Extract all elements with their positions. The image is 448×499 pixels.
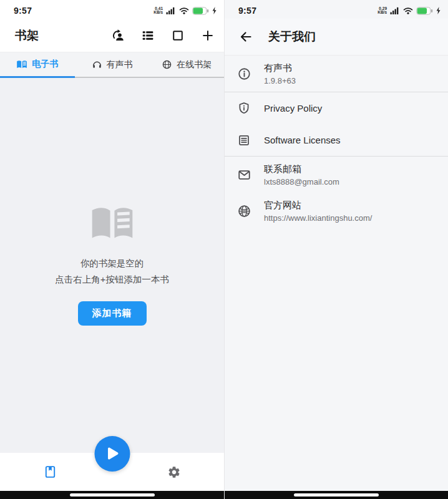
page-title: 关于我们 xyxy=(268,29,316,45)
globe-icon xyxy=(162,59,172,70)
signal-icon xyxy=(390,7,400,14)
tab-label: 在线书架 xyxy=(177,59,212,70)
status-bar: 9:57 0.29 KB/s xyxy=(225,0,448,19)
bookshelf-screen: 9:57 0.41 KB/s xyxy=(0,0,224,499)
bookshelf-tabs: 电子书 有声书 在线书架 xyxy=(0,52,224,78)
home-indicator[interactable] xyxy=(70,493,155,497)
back-arrow-icon[interactable] xyxy=(233,24,258,49)
network-speed: 0.41 KB/s xyxy=(153,7,163,15)
item-title: 有声书 xyxy=(264,62,296,74)
list-item-contact-email[interactable]: 联系邮箱 lxts8888@gmail.com xyxy=(225,157,448,193)
bookmark-icon[interactable] xyxy=(42,465,57,480)
item-subtitle: https://www.lixiantingshu.com/ xyxy=(264,213,372,223)
add-books-button[interactable]: 添加书籍 xyxy=(78,301,147,326)
empty-state-line1: 你的书架是空的 xyxy=(80,255,144,271)
shield-info-icon xyxy=(236,101,251,116)
select-box-icon[interactable] xyxy=(170,28,185,43)
settings-icon[interactable] xyxy=(167,465,182,480)
charging-bolt-icon xyxy=(436,7,441,14)
item-subtitle: 1.9.8+63 xyxy=(264,76,296,85)
bookshelf-content: 你的书架是空的 点击右上角+按钮添加一本书 添加书籍 xyxy=(0,78,224,453)
network-speed: 0.29 KB/s xyxy=(377,7,387,15)
dual-screenshot: 9:57 0.41 KB/s xyxy=(0,0,448,499)
list-item-official-website[interactable]: 官方网站 https://www.lixiantingshu.com/ xyxy=(225,193,448,229)
app-bar: 书架 xyxy=(0,19,224,52)
add-icon[interactable] xyxy=(200,28,215,43)
system-nav-bar xyxy=(0,491,224,499)
system-nav-bar xyxy=(225,491,448,499)
license-icon xyxy=(236,133,251,148)
about-list: 有声书 1.9.8+63 Privacy Policy Software Lic… xyxy=(225,56,448,229)
item-title: Privacy Policy xyxy=(264,103,322,114)
battery-icon xyxy=(192,7,209,15)
item-title: 官方网站 xyxy=(264,200,372,211)
play-button[interactable] xyxy=(94,436,130,472)
clock: 9:57 xyxy=(238,6,256,16)
signal-icon xyxy=(166,7,176,14)
headphones-icon xyxy=(92,59,102,70)
user-sync-icon[interactable] xyxy=(110,28,125,43)
list-view-icon[interactable] xyxy=(140,28,155,43)
home-indicator[interactable] xyxy=(294,493,379,497)
play-icon xyxy=(105,447,119,462)
empty-state-line2: 点击右上角+按钮添加一本书 xyxy=(55,271,168,288)
empty-book-icon xyxy=(89,205,135,243)
page-title: 书架 xyxy=(15,27,39,44)
globe-icon xyxy=(236,203,251,218)
list-item-software-licenses[interactable]: Software Licenses xyxy=(225,124,448,156)
wifi-icon xyxy=(403,7,413,14)
item-title: Software Licenses xyxy=(264,135,341,145)
tab-label: 电子书 xyxy=(32,59,58,70)
wifi-icon xyxy=(179,7,189,14)
tab-ebooks[interactable]: 电子书 xyxy=(0,52,75,78)
app-bar: 关于我们 xyxy=(225,19,448,56)
bottom-bar xyxy=(0,453,224,491)
tab-audiobooks[interactable]: 有声书 xyxy=(75,52,150,78)
info-icon xyxy=(236,66,251,81)
battery-icon xyxy=(416,7,433,15)
about-screen: 9:57 0.29 KB/s xyxy=(224,0,448,499)
tab-label: 有声书 xyxy=(107,59,133,70)
tab-online-shelf[interactable]: 在线书架 xyxy=(149,52,224,78)
status-bar: 9:57 0.41 KB/s xyxy=(0,0,224,19)
list-item-version[interactable]: 有声书 1.9.8+63 xyxy=(225,56,448,92)
ebook-icon xyxy=(16,60,27,69)
charging-bolt-icon xyxy=(212,7,217,14)
item-title: 联系邮箱 xyxy=(264,163,339,175)
list-item-privacy-policy[interactable]: Privacy Policy xyxy=(225,92,448,124)
item-subtitle: lxts8888@gmail.com xyxy=(264,177,339,187)
clock: 9:57 xyxy=(14,6,32,16)
mail-icon xyxy=(236,167,251,182)
